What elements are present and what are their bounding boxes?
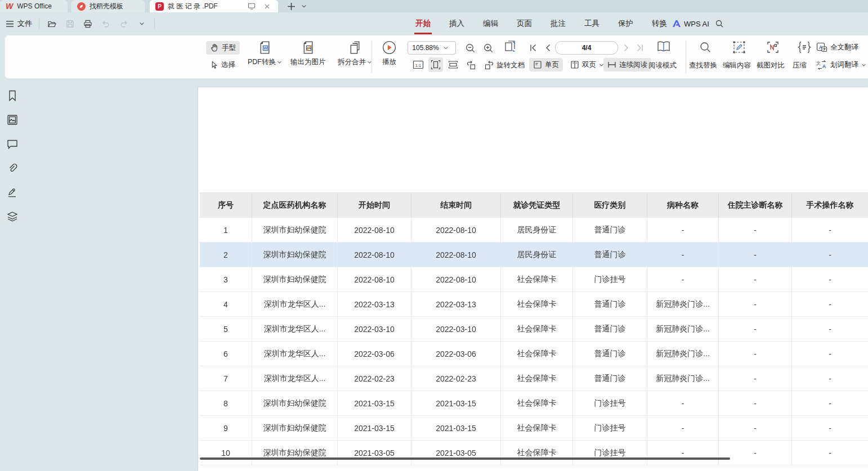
zoom-dropdown-chevron-icon[interactable] (443, 45, 449, 51)
table-cell: 社会保障卡 (501, 416, 573, 440)
compress-label[interactable]: 压缩 (793, 61, 807, 70)
table-cell: 2021-03-15 (338, 391, 411, 415)
ribbon-tab[interactable]: 转换 (651, 14, 668, 34)
find-replace-label[interactable]: 查找替换 (689, 61, 717, 70)
thumbnails-panel-icon[interactable] (6, 113, 19, 127)
comments-panel-icon[interactable] (6, 137, 19, 151)
ribbon-tab[interactable]: 编辑 (482, 14, 499, 34)
table-cell: - (719, 441, 792, 465)
ribbon-tab[interactable]: 开始 (414, 14, 432, 34)
close-tab-icon[interactable] (261, 1, 272, 12)
first-page-button[interactable] (527, 41, 539, 55)
print-icon[interactable] (82, 18, 93, 29)
table-cell: 居民身份证 (501, 243, 573, 267)
table-cell: 社会保障卡 (501, 342, 573, 366)
rotate-right-button[interactable] (482, 58, 496, 73)
export-as-image-button[interactable]: 输出为图片 (290, 40, 326, 67)
double-page-view-button[interactable]: 双页 (566, 58, 608, 71)
zoom-in-button[interactable] (481, 41, 495, 55)
fit-page-button[interactable] (428, 57, 443, 72)
continuous-reading-label: 连续阅读 (619, 60, 647, 70)
tab-document-pdf[interactable]: P 就 医 记 录 .PDF (150, 0, 278, 12)
table-cell: - (719, 317, 792, 341)
wps-ai-button[interactable]: WPS AI (672, 12, 709, 35)
tab-wps-office[interactable]: W WPS Office (0, 0, 68, 12)
horizontal-scrollbar-thumb[interactable] (200, 457, 730, 460)
screenshot-compare-label[interactable]: 截图对比 (757, 61, 785, 70)
table-cell: 2022-08-10 (338, 267, 411, 291)
table-cell: - (792, 317, 868, 341)
table-cell: 9 (200, 416, 252, 440)
actual-size-button[interactable]: 1:1 (411, 57, 426, 72)
table-header-cell: 就诊凭证类型 (501, 193, 573, 218)
read-mode-label[interactable]: 阅读模式 (648, 61, 677, 70)
svg-text:文: 文 (816, 61, 821, 66)
zoom-out-button[interactable] (463, 41, 477, 55)
signature-panel-icon[interactable] (6, 186, 19, 199)
ribbon-tab[interactable]: 插入 (448, 14, 466, 34)
zoom-level-input[interactable] (408, 43, 443, 52)
compress-icon[interactable] (797, 40, 812, 55)
fit-width-button[interactable] (446, 57, 460, 72)
record-table-body: 1深圳市妇幼保健院2022-08-102022-08-10居民身份证普通门诊--… (200, 218, 868, 465)
layers-panel-icon[interactable] (6, 210, 19, 223)
undo-history-chevron-icon[interactable] (136, 18, 147, 29)
open-file-icon[interactable] (46, 18, 57, 29)
wps-ai-icon (672, 20, 681, 28)
table-row: 10深圳市妇幼保健院2021-03-052021-03-05社会保障卡门诊挂号-… (200, 441, 868, 465)
last-page-button[interactable] (634, 41, 646, 55)
ribbon-tab[interactable]: 页面 (516, 14, 533, 34)
save-icon[interactable] (64, 18, 75, 29)
ribbon-search-icon[interactable] (715, 12, 724, 35)
continuous-reading-button[interactable]: 连续阅读 (603, 58, 651, 71)
table-cell: 社会保障卡 (501, 317, 573, 341)
play-icon (382, 40, 397, 55)
attachments-panel-icon[interactable] (6, 162, 19, 175)
table-header-cell: 结束时间 (411, 193, 501, 218)
new-tab-icon[interactable] (287, 2, 296, 11)
undo-icon[interactable] (100, 18, 111, 29)
next-page-button[interactable] (620, 41, 633, 55)
rotate-left-button[interactable] (464, 58, 478, 73)
bookmarks-panel-icon[interactable] (6, 89, 19, 102)
ribbon-tab[interactable]: 保护 (617, 14, 634, 34)
pdf-convert-button[interactable]: W PDF转换 (248, 40, 282, 67)
split-merge-icon (347, 40, 363, 55)
file-menu-button[interactable]: 文件 (6, 19, 32, 29)
play-slideshow-button[interactable]: 播放 (382, 40, 397, 67)
single-page-view-button[interactable]: 单页 (529, 58, 563, 71)
rotate-document-label[interactable]: 旋转文档 (496, 61, 525, 70)
window-tab-bar: W WPS Office 找稻壳模板 P 就 医 记 录 .PDF (0, 0, 868, 12)
ribbon-tab[interactable]: 工具 (583, 14, 601, 34)
full-translation-button[interactable]: A 全文翻译 (815, 41, 860, 54)
split-merge-button[interactable]: 拆分合并 (338, 40, 372, 67)
page-number-input[interactable] (569, 43, 605, 52)
tab-list-chevron-icon[interactable] (301, 3, 307, 9)
read-mode-icon[interactable] (655, 39, 672, 54)
rotate-document-icon[interactable] (502, 39, 519, 54)
previous-page-button[interactable] (542, 41, 554, 55)
page-number-control[interactable] (555, 41, 618, 55)
table-cell: 深圳市妇幼保健院 (252, 391, 338, 415)
table-cell: - (719, 391, 792, 415)
hand-tool-button[interactable]: 手型 (206, 41, 240, 55)
table-cell: 2021-03-05 (338, 441, 411, 465)
present-to-screen-icon[interactable] (246, 1, 257, 12)
table-cell: 深圳市妇幼保健院 (252, 441, 338, 465)
ribbon-tab[interactable]: 批注 (549, 14, 567, 34)
tab-docer-templates[interactable]: 找稻壳模板 (71, 0, 145, 12)
word-translation-button[interactable]: 文 A 划词翻译 (815, 58, 867, 71)
select-tool-button[interactable]: 选择 (206, 58, 239, 71)
table-cell: 2022-08-10 (338, 243, 411, 267)
edit-content-icon[interactable] (732, 40, 746, 55)
table-cell: - (647, 391, 719, 415)
zoom-level-control[interactable] (408, 41, 456, 55)
table-header-cell: 定点医药机构名称 (252, 193, 338, 218)
screenshot-compare-icon[interactable] (766, 40, 780, 55)
redo-icon[interactable] (118, 18, 129, 29)
table-row: 7深圳市龙华区人...2022-02-232022-02-23社会保障卡普通门诊… (200, 366, 868, 391)
chevron-down-icon (277, 60, 282, 65)
edit-content-label[interactable]: 编辑内容 (723, 61, 751, 70)
table-cell: 2021-03-15 (338, 416, 411, 440)
find-replace-icon[interactable] (698, 40, 713, 55)
